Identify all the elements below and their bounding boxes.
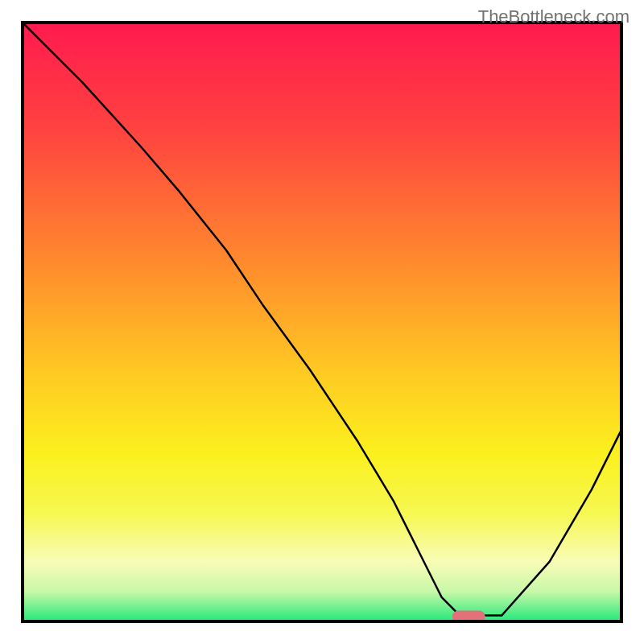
bottleneck-chart bbox=[0, 0, 644, 644]
chart-container: TheBottleneck.com bbox=[0, 0, 644, 644]
watermark-text: TheBottleneck.com bbox=[478, 6, 630, 27]
plot-background bbox=[23, 23, 621, 621]
